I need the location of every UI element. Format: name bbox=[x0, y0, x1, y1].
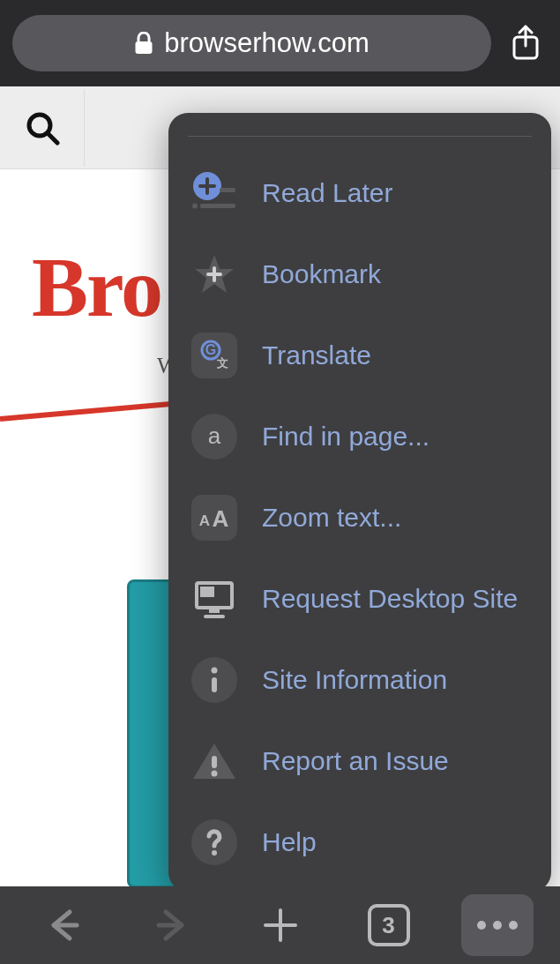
svg-rect-22 bbox=[212, 677, 217, 692]
svg-line-3 bbox=[48, 133, 57, 143]
menu-item-label: Bookmark bbox=[262, 259, 381, 289]
menu-item-help[interactable]: Help bbox=[168, 802, 551, 883]
svg-rect-7 bbox=[220, 188, 235, 192]
menu-item-site-info[interactable]: Site Information bbox=[168, 639, 551, 721]
menu-item-find-in-page[interactable]: a Find in page... bbox=[168, 396, 551, 477]
desktop-icon bbox=[191, 576, 237, 622]
svg-point-25 bbox=[212, 850, 217, 856]
find-in-page-icon: a bbox=[191, 414, 237, 460]
site-logo-text: Bro bbox=[32, 238, 161, 336]
menu-divider bbox=[188, 136, 532, 137]
svg-rect-18 bbox=[200, 587, 214, 597]
forward-arrow-icon bbox=[153, 907, 190, 944]
page-search-button[interactable] bbox=[0, 89, 85, 167]
menu-item-translate[interactable]: G 文 Translate bbox=[168, 315, 551, 396]
overflow-menu: Read Later Bookmark G 文 Translate bbox=[168, 113, 551, 892]
menu-item-label: Report an Issue bbox=[262, 746, 449, 776]
info-icon bbox=[191, 657, 237, 703]
svg-text:文: 文 bbox=[216, 356, 228, 370]
divider-line bbox=[0, 401, 176, 422]
menu-item-label: Read Later bbox=[262, 178, 392, 208]
zoom-text-icon: A A bbox=[191, 495, 237, 541]
svg-text:a: a bbox=[208, 422, 221, 449]
browser-chrome: browserhow.com bbox=[0, 0, 560, 86]
share-icon bbox=[510, 25, 541, 62]
svg-text:G: G bbox=[205, 342, 216, 357]
menu-item-label: Find in page... bbox=[262, 422, 429, 452]
svg-rect-20 bbox=[204, 615, 225, 618]
more-icon bbox=[477, 921, 518, 930]
forward-button[interactable] bbox=[136, 894, 208, 956]
plus-icon bbox=[260, 905, 301, 945]
svg-point-24 bbox=[212, 771, 218, 777]
menu-item-label: Help bbox=[262, 827, 317, 857]
menu-item-bookmark[interactable]: Bookmark bbox=[168, 234, 551, 315]
menu-item-label: Translate bbox=[262, 340, 371, 370]
svg-rect-0 bbox=[136, 41, 153, 54]
tabs-button[interactable]: 3 bbox=[353, 894, 425, 956]
svg-text:A: A bbox=[213, 505, 229, 532]
help-icon bbox=[191, 819, 237, 865]
menu-item-zoom-text[interactable]: A A Zoom text... bbox=[168, 477, 551, 558]
back-button[interactable] bbox=[27, 894, 100, 956]
svg-rect-8 bbox=[200, 204, 235, 208]
svg-rect-19 bbox=[209, 609, 220, 613]
menu-item-request-desktop[interactable]: Request Desktop Site bbox=[168, 558, 551, 639]
tab-count: 3 bbox=[382, 912, 394, 939]
menu-item-report-issue[interactable]: Report an Issue bbox=[168, 721, 551, 802]
svg-rect-23 bbox=[212, 756, 217, 768]
svg-point-9 bbox=[192, 204, 198, 209]
back-arrow-icon bbox=[45, 907, 82, 944]
menu-item-read-later[interactable]: Read Later bbox=[168, 153, 551, 234]
bottom-toolbar: 3 bbox=[0, 886, 560, 964]
lock-icon bbox=[134, 32, 153, 55]
tab-count-icon: 3 bbox=[368, 904, 410, 946]
translate-icon: G 文 bbox=[191, 333, 237, 378]
address-bar[interactable]: browserhow.com bbox=[12, 15, 491, 71]
svg-text:A: A bbox=[199, 512, 210, 529]
menu-item-label: Request Desktop Site bbox=[262, 584, 518, 614]
bookmark-star-icon bbox=[191, 251, 237, 297]
url-text: browserhow.com bbox=[164, 27, 370, 59]
new-tab-button[interactable] bbox=[244, 894, 317, 956]
share-button[interactable] bbox=[504, 21, 548, 65]
overflow-button[interactable] bbox=[461, 894, 534, 956]
menu-item-label: Site Information bbox=[262, 665, 447, 695]
warning-icon bbox=[191, 738, 237, 784]
search-icon bbox=[25, 110, 60, 146]
menu-item-label: Zoom text... bbox=[262, 503, 401, 533]
read-later-icon bbox=[191, 170, 237, 216]
svg-point-21 bbox=[212, 668, 218, 674]
